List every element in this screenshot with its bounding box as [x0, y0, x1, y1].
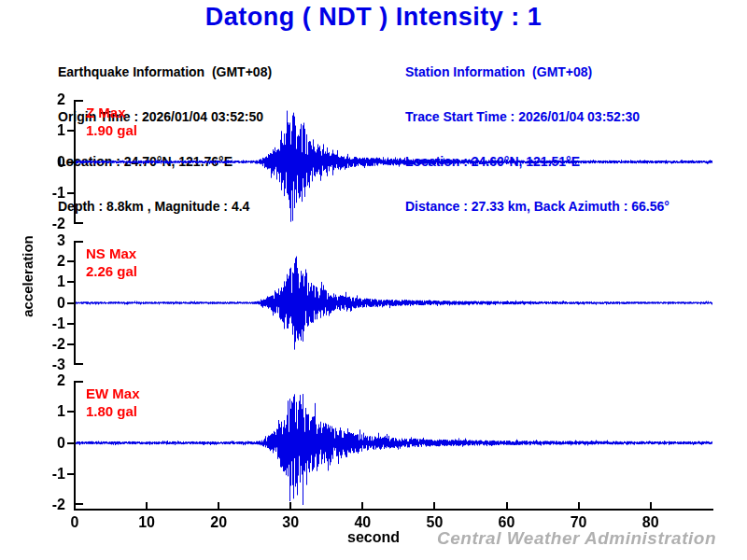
y-axis-tick: [67, 260, 74, 262]
y-axis-tick: [67, 130, 74, 132]
earthquake-info-heading: Earthquake Information (GMT+08): [58, 64, 272, 79]
y-axis-tick-label: 2: [24, 372, 65, 389]
seismogram-report-page: Datong ( NDT ) Intensity : 1 Earthquake …: [0, 0, 747, 560]
x-axis-tick: [218, 502, 219, 511]
y-axis-tick-label: -3: [24, 357, 65, 373]
y-axis-tick-label: 1: [24, 403, 65, 420]
y-axis-tick: [67, 442, 74, 444]
y-axis-tick-label: -1: [24, 185, 65, 202]
trace-max-label-ns: NS Max 2.26 gal: [86, 245, 137, 280]
y-axis-tick: [67, 473, 74, 475]
waveform-canvas-ew: [75, 381, 712, 505]
watermark: Central Weather Administration: [431, 528, 716, 549]
waveform-canvas-z: [75, 100, 712, 224]
y-axis-tick: [67, 281, 74, 283]
y-axis-tick-label: -1: [24, 466, 65, 483]
x-axis-tick: [578, 502, 580, 511]
y-axis-tick-label: 0: [24, 154, 65, 171]
x-axis-line: [74, 509, 713, 511]
trace-max-label-z: Z Max 1.90 gal: [86, 104, 137, 139]
waveform-canvas-ns: [75, 241, 712, 365]
x-axis-tick: [361, 502, 363, 511]
y-axis-line: [74, 381, 76, 505]
y-axis-tick: [67, 192, 74, 194]
y-axis-tick-label: 2: [24, 91, 65, 108]
y-axis-end-cap: [74, 363, 83, 365]
y-axis-tick-label: 0: [24, 435, 65, 452]
y-axis-tick: [67, 161, 74, 163]
trace-max-value: 1.90 gal: [86, 121, 137, 139]
x-axis-label: second: [331, 529, 416, 546]
y-axis-end-cap: [74, 222, 83, 224]
trace-max-label-ew: EW Max 1.80 gal: [86, 385, 140, 420]
x-axis-tick-label: 30: [270, 514, 311, 531]
y-axis-tick-label: 1: [24, 122, 65, 139]
subplot-ns: NS Max 2.26 gal 3210-1-2-3: [0, 241, 747, 365]
subplot-z: Z Max 1.90 gal 210-1-2: [0, 100, 747, 224]
x-axis-tick: [74, 502, 76, 511]
subplot-ew: EW Max 1.80 gal 210-1-2: [0, 381, 747, 505]
x-axis-tick: [146, 502, 148, 511]
y-axis-tick: [67, 343, 74, 345]
y-axis-line: [74, 241, 76, 365]
y-axis-end-cap: [74, 100, 83, 102]
x-axis-tick: [433, 502, 435, 511]
y-axis-tick: [67, 411, 74, 413]
y-axis-end-cap: [74, 381, 83, 383]
trace-component-label: NS Max: [86, 245, 137, 262]
y-axis-line: [74, 100, 76, 224]
y-axis-tick: [67, 302, 74, 304]
y-axis-end-cap: [74, 241, 83, 243]
trace-max-value: 1.80 gal: [86, 402, 140, 420]
y-axis-tick: [67, 323, 74, 325]
x-axis-tick: [650, 502, 652, 511]
x-axis-tick: [289, 502, 291, 511]
station-info-heading: Station Information (GMT+08): [405, 64, 669, 79]
x-axis-tick-label: 0: [54, 514, 95, 531]
x-axis-tick-label: 20: [198, 514, 239, 531]
x-axis-tick: [506, 502, 508, 511]
page-title: Datong ( NDT ) Intensity : 1: [0, 3, 747, 32]
trace-max-value: 2.26 gal: [86, 262, 137, 280]
x-axis-tick-label: 10: [126, 514, 167, 531]
y-axis-label: acceleration: [20, 211, 36, 342]
trace-component-label: Z Max: [86, 104, 137, 121]
trace-component-label: EW Max: [86, 385, 140, 402]
